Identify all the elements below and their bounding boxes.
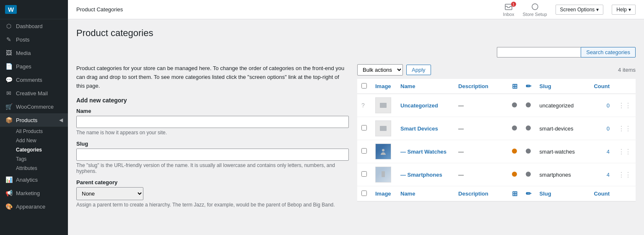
th-count[interactable]: Count: [589, 79, 614, 94]
help-button[interactable]: Help ▾: [612, 5, 636, 15]
category-name-link[interactable]: Smart Devices: [400, 125, 438, 132]
row-checkbox[interactable]: [361, 148, 367, 154]
row-slug-cell: uncategorized: [535, 94, 589, 117]
tf-column-icon1: ⊞: [512, 190, 517, 197]
parent-category-field: Parent category None Assign a parent ter…: [76, 179, 349, 208]
row-dot2-cell: [522, 140, 535, 163]
products-icon: 📦: [5, 117, 13, 123]
tf-count-label: Count: [594, 191, 610, 197]
drag-handle-icon[interactable]: ⋮⋮: [618, 171, 631, 178]
right-panel: Bulk actions Apply 4 items: [357, 64, 636, 213]
drag-handle-icon[interactable]: ⋮⋮: [618, 148, 631, 155]
sidebar-logo: W: [0, 0, 68, 19]
sidebar-item-label: Analytics: [16, 177, 38, 183]
screen-options-button[interactable]: Screen Options ▾: [556, 5, 604, 15]
name-input[interactable]: [76, 116, 349, 128]
row-count-link[interactable]: 4: [607, 149, 610, 155]
svg-rect-4: [380, 126, 387, 131]
th-slug[interactable]: Slug: [535, 79, 589, 94]
question-icon: ?: [361, 102, 365, 109]
parent-category-select[interactable]: None: [76, 187, 143, 200]
apply-button[interactable]: Apply: [406, 65, 431, 75]
sidebar-item-comments[interactable]: 💬 Comments: [0, 73, 68, 86]
add-new-heading: Add new category: [76, 97, 349, 104]
row-checkbox-cell: [357, 117, 371, 140]
category-name-link[interactable]: — Smart Watches: [400, 149, 447, 155]
select-all-checkbox-bottom[interactable]: [361, 191, 367, 196]
row-dot1-cell: [508, 163, 522, 186]
row-checkbox[interactable]: [361, 171, 367, 177]
sidebar-item-posts[interactable]: ✎ Posts: [0, 33, 68, 46]
sidebar-item-dashboard[interactable]: ⬡ Dashboard: [0, 19, 68, 33]
description-text: Product categories for your store can be…: [76, 64, 349, 90]
sidebar-sub-label: Tags: [16, 156, 26, 162]
table-actions-left: Bulk actions Apply: [357, 64, 431, 76]
sidebar-item-marketing[interactable]: 📢 Marketing: [0, 186, 68, 200]
sidebar-item-creative-mail[interactable]: ✉ Creative Mail: [0, 86, 68, 100]
sidebar-sub-all-products[interactable]: All Products: [0, 127, 68, 136]
status-dot-1: [512, 172, 517, 177]
row-dot1-cell: [508, 140, 522, 163]
row-description: —: [458, 172, 464, 178]
sidebar-item-analytics[interactable]: 📊 Analytics: [0, 173, 68, 186]
sidebar-item-pages[interactable]: 📄 Pages: [0, 60, 68, 73]
bulk-actions-select[interactable]: Bulk actions: [357, 64, 403, 76]
th-image: Image: [371, 79, 396, 94]
store-setup-button[interactable]: Store Setup: [523, 3, 547, 17]
row-count-link[interactable]: 0: [607, 125, 610, 132]
row-count-cell: 0: [589, 117, 614, 140]
row-count-link[interactable]: 4: [607, 172, 610, 178]
store-setup-icon: [531, 3, 539, 11]
sidebar-sub-tags[interactable]: Tags: [0, 154, 68, 164]
th-description[interactable]: Description: [454, 79, 507, 94]
media-icon: 🖼: [5, 50, 13, 56]
sidebar-sub-label: All Products: [16, 128, 43, 134]
table-actions: Bulk actions Apply 4 items: [357, 64, 636, 76]
search-categories-input[interactable]: [497, 47, 581, 57]
row-checkbox[interactable]: [361, 125, 367, 131]
status-dot-2: [526, 125, 531, 131]
row-count-link[interactable]: 0: [607, 102, 610, 109]
category-name-link[interactable]: — Smartphones: [400, 172, 442, 178]
sidebar-item-label: Media: [16, 50, 31, 56]
search-categories-button[interactable]: Search categories: [581, 47, 636, 57]
select-all-checkbox[interactable]: [361, 83, 367, 89]
sidebar-sub-label: Attributes: [16, 165, 37, 171]
tf-name: Name: [396, 186, 454, 201]
inbox-button[interactable]: 1 Inbox: [503, 3, 514, 17]
row-description-cell: —: [454, 94, 507, 117]
sidebar-item-appearance[interactable]: 🎨 Appearance: [0, 200, 68, 213]
main-area: Product Categories 1 Inbox Store Setup S…: [68, 0, 644, 235]
row-slug-cell: smartphones: [535, 163, 589, 186]
th-count-label: Count: [594, 83, 610, 89]
sidebar-sub-attributes[interactable]: Attributes: [0, 164, 68, 173]
th-name[interactable]: Name: [396, 79, 454, 94]
add-new-section: Add new category Name The name is how it…: [76, 97, 349, 208]
sidebar-item-products[interactable]: 📦 Products ◀: [0, 113, 68, 127]
content-row: Product categories for your store can be…: [76, 64, 636, 213]
status-dot-2: [526, 172, 531, 177]
content-area: Product categories Search categories Pro…: [68, 19, 644, 235]
row-dot2-cell: [522, 94, 535, 117]
drag-handle-icon[interactable]: ⋮⋮: [618, 102, 631, 109]
row-name-cell: — Smart Watches: [396, 140, 454, 163]
sidebar-item-media[interactable]: 🖼 Media: [0, 46, 68, 60]
sidebar-item-woocommerce[interactable]: 🛒 WooCommerce: [0, 100, 68, 113]
sidebar-item-label: Products: [16, 117, 37, 123]
category-name-link[interactable]: Uncategorized: [400, 102, 438, 109]
tf-slug-label: Slug: [540, 191, 551, 197]
row-dot1-cell: [508, 94, 522, 117]
row-image-cell: [371, 117, 396, 140]
slug-input[interactable]: [76, 149, 349, 161]
drag-handle-icon[interactable]: ⋮⋮: [618, 125, 631, 132]
svg-point-3: [381, 104, 383, 105]
sidebar-item-label: Comments: [16, 77, 42, 83]
sidebar-sub-add-new[interactable]: Add New: [0, 136, 68, 145]
table-row: — Smart Watches — smart-watches 4 ⋮⋮: [357, 140, 636, 163]
column-icon2: ✏: [526, 83, 531, 90]
sidebar-sub-categories[interactable]: Categories: [0, 145, 68, 154]
column-icon1: ⊞: [512, 83, 517, 90]
svg-point-5: [381, 127, 383, 128]
tf-handle: [614, 186, 636, 201]
description-body: Product categories for your store can be…: [76, 65, 344, 89]
